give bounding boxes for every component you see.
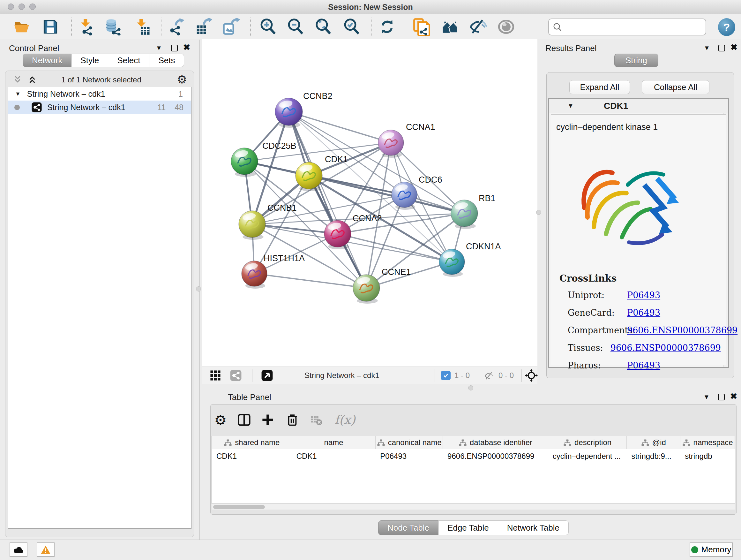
memory-status-dot-icon (691, 546, 698, 553)
network-canvas[interactable]: CCNB2CCNA1CDC25BCDK1CDC6RB1CCNB1CCNA2CDK… (202, 39, 537, 367)
grid-icon (210, 370, 221, 381)
results-panel-float-button[interactable]: ▼ (704, 45, 710, 51)
collapse-all-button[interactable]: Collapse All (642, 80, 710, 94)
crosslink-link[interactable]: 9606.ENSP00000378699 (627, 325, 738, 335)
network-view[interactable]: CCNB2CCNA1CDC25BCDK1CDC6RB1CCNB1CCNA2CDK… (202, 39, 537, 367)
column-header-namespace[interactable]: namespace (680, 436, 735, 449)
zoom-in-button[interactable] (258, 17, 278, 37)
column-header-database-identifier[interactable]: database identifier (443, 436, 548, 449)
zoom-selected-button[interactable] (342, 17, 361, 37)
results-panel-close-button[interactable]: ✖ (731, 44, 738, 51)
export-image-icon (222, 18, 240, 36)
column-header--id[interactable]: @id (627, 436, 680, 449)
tab-edge-table[interactable]: Edge Table (439, 520, 498, 535)
node-entry-header[interactable]: ▼ CDK1 (549, 99, 728, 113)
show-columns-button[interactable] (235, 411, 253, 429)
horizontal-splitter-handle[interactable] (468, 385, 473, 390)
export-network-button[interactable] (166, 17, 186, 37)
selected-checkbox-icon[interactable] (441, 371, 451, 380)
tab-string[interactable]: String (614, 54, 658, 67)
scrollbar-thumb[interactable] (213, 505, 265, 509)
column-label: canonical name (388, 438, 442, 447)
delete-column-button[interactable] (283, 411, 301, 429)
crosslink-link[interactable]: P06493 (627, 308, 660, 318)
zoom-in-icon (259, 18, 277, 36)
warnings-button[interactable] (37, 543, 55, 557)
network-collection-row[interactable]: ▼ String Network – cdk1 1 (8, 87, 191, 101)
import-network-from-file-button[interactable] (77, 17, 96, 37)
tab-sets[interactable]: Sets (149, 54, 184, 67)
memory-button[interactable]: Memory (690, 543, 733, 557)
table-cell[interactable]: CDK1 (292, 449, 376, 462)
crosslink-link[interactable]: P06493 (627, 361, 660, 370)
column-header-shared-name[interactable]: shared name (212, 436, 292, 449)
expand-all-networks-button[interactable] (27, 75, 37, 84)
collapse-all-networks-button[interactable] (13, 75, 22, 84)
control-panel-close-button[interactable]: ✖ (183, 44, 190, 51)
import-table-from-file-button[interactable] (132, 17, 152, 37)
results-panel-maximize-button[interactable] (718, 45, 725, 52)
left-splitter-handle[interactable] (196, 287, 201, 292)
string-home-button[interactable] (441, 17, 460, 37)
table-horizontal-scrollbar[interactable] (212, 504, 735, 509)
zoom-out-button[interactable] (286, 17, 306, 37)
edge-CCNE1-HIST1H1A[interactable] (254, 273, 366, 288)
tab-select[interactable]: Select (108, 54, 149, 67)
crosslink-link[interactable]: P06493 (627, 290, 660, 300)
string-import-button[interactable] (412, 17, 432, 37)
table-panel-maximize-button[interactable] (718, 394, 725, 401)
table-cell[interactable]: 9606.ENSP00000378699 (443, 449, 548, 462)
show-hide-button[interactable] (468, 17, 488, 37)
entry-collapse-icon[interactable]: ▼ (567, 102, 574, 110)
expand-all-button[interactable]: Expand All (569, 80, 630, 94)
table-options-button[interactable]: ⚙ (211, 411, 230, 429)
edge-CCNB2-RB1[interactable] (289, 112, 464, 213)
edge-CCNB2-CCNA1[interactable] (289, 112, 391, 143)
network-view-mode-button[interactable] (230, 369, 242, 381)
tab-node-table[interactable]: Node Table (378, 520, 439, 535)
delete-table-button[interactable] (307, 411, 326, 429)
tab-style[interactable]: Style (71, 54, 108, 67)
save-session-button[interactable] (41, 17, 60, 37)
table-cell[interactable]: cyclin–dependent ... (548, 449, 627, 462)
tab-network[interactable]: Network (23, 54, 71, 67)
table-cell[interactable]: stringdb:9... (627, 449, 680, 462)
table-cell[interactable]: stringdb (680, 449, 735, 462)
import-network-from-database-button[interactable] (103, 17, 123, 37)
refresh-view-button[interactable] (377, 17, 397, 37)
column-header-description[interactable]: description (548, 436, 627, 449)
table-panel-close-button[interactable]: ✖ (730, 393, 737, 400)
entry-node-name: CDK1 (604, 101, 628, 111)
table-panel-float-button[interactable]: ▼ (703, 394, 710, 400)
control-panel-maximize-button[interactable] (171, 45, 178, 52)
zoom-fit-icon (315, 18, 332, 36)
birds-eye-view-button[interactable] (261, 369, 273, 381)
add-column-button[interactable] (259, 411, 277, 429)
float-panel-icon: ▼ (703, 393, 710, 400)
column-header-name[interactable]: name (292, 436, 376, 449)
glass-ball-effect-button[interactable] (496, 17, 516, 37)
column-header-canonical-name[interactable]: canonical name (376, 436, 443, 449)
grid-mode-button[interactable] (210, 370, 221, 381)
control-panel-float-button[interactable]: ▼ (156, 45, 162, 51)
network-row[interactable]: String Network – cdk1 11 48 (8, 101, 191, 114)
hidden-nodes-edges-count: 0 - 0 (498, 371, 514, 380)
help-button[interactable]: ? (718, 18, 735, 36)
crosslink-link[interactable]: 9606.ENSP00000378699 (610, 343, 721, 353)
table-cell[interactable]: P06493 (376, 449, 443, 462)
maximize-panel-icon (718, 394, 725, 400)
node-label-CCNA2: CCNA2 (353, 213, 382, 223)
table-cell[interactable]: CDK1 (212, 449, 292, 462)
open-session-button[interactable] (12, 17, 31, 37)
export-table-button[interactable] (193, 17, 213, 37)
export-image-button[interactable] (221, 17, 241, 37)
tree-expand-icon[interactable]: ▼ (15, 91, 21, 98)
network-panel-options-button[interactable]: ⚙ (177, 73, 187, 86)
table-row[interactable]: CDK1CDK1P064939606.ENSP00000378699cyclin… (212, 449, 735, 462)
search-input[interactable] (565, 23, 702, 32)
function-builder-button[interactable]: f(x) (331, 411, 359, 429)
cloud-status-button[interactable] (10, 543, 27, 557)
zoom-fit-button[interactable] (313, 17, 333, 37)
fit-selected-button[interactable] (525, 369, 538, 382)
tab-network-table[interactable]: Network Table (498, 520, 569, 535)
